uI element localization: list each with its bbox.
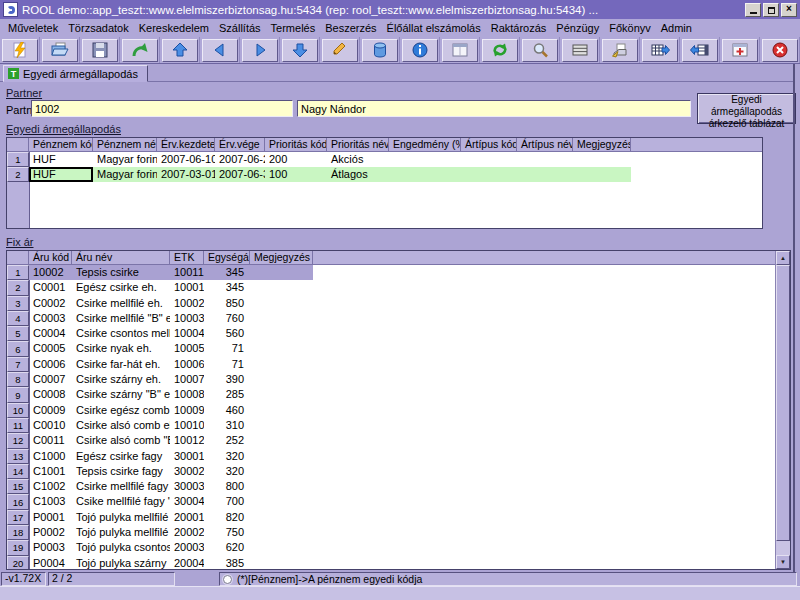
table-row[interactable]: 17P0001Tojó pulyka mellfilé20001820 bbox=[7, 510, 790, 525]
table-cell[interactable] bbox=[573, 152, 631, 167]
table-row[interactable]: 14C1001Tepsis csirke fagy30002320 bbox=[7, 464, 790, 479]
row-number[interactable]: 15 bbox=[7, 479, 29, 494]
table-cell[interactable] bbox=[461, 152, 517, 167]
table-cell[interactable] bbox=[250, 403, 313, 418]
open-button[interactable] bbox=[42, 39, 78, 62]
table-row[interactable]: 16C1003Csike mellfilé fagy "B"30004700 bbox=[7, 494, 790, 509]
table-cell[interactable]: Magyar forint bbox=[93, 152, 157, 167]
table-cell[interactable]: C0006 bbox=[29, 357, 72, 372]
table-cell[interactable]: C1001 bbox=[29, 464, 72, 479]
table-cell[interactable] bbox=[573, 167, 631, 182]
table-cell[interactable]: 20003 bbox=[170, 540, 204, 555]
table-cell[interactable]: C0001 bbox=[29, 280, 72, 295]
menu-item-torzsadatok[interactable]: Törzsadatok bbox=[63, 22, 134, 34]
table-cell[interactable]: 10007 bbox=[170, 372, 204, 387]
table-cell[interactable]: C0011 bbox=[29, 433, 72, 448]
close-window-button[interactable] bbox=[722, 39, 758, 62]
column-header-erv-vege[interactable]: Érv.vége bbox=[215, 138, 265, 151]
table-cell[interactable] bbox=[461, 167, 517, 182]
table-cell[interactable]: 10010 bbox=[170, 418, 204, 433]
row-number[interactable]: 6 bbox=[7, 341, 29, 356]
vertical-scrollbar[interactable]: ▲ ▼ bbox=[775, 251, 790, 569]
table-row[interactable]: 15C1002Csirke mellfilé fagy30003800 bbox=[7, 479, 790, 494]
first-record-button[interactable] bbox=[162, 39, 198, 62]
table-cell[interactable]: Magyar forint bbox=[93, 167, 157, 182]
table-cell[interactable]: P0003 bbox=[29, 540, 72, 555]
table-cell[interactable]: Csirke alsó comb "B" bbox=[72, 433, 170, 448]
table-cell[interactable]: 252 bbox=[204, 433, 250, 448]
table-cell[interactable]: 285 bbox=[204, 387, 250, 402]
table-row[interactable]: 2C0001Egész csirke eh.10001345 bbox=[7, 280, 790, 295]
row-number[interactable]: 7 bbox=[7, 357, 29, 372]
table-cell[interactable] bbox=[250, 280, 313, 295]
table-cell[interactable] bbox=[517, 167, 573, 182]
table-row[interactable]: 13C1000Egész csirke fagy30001320 bbox=[7, 449, 790, 464]
table-cell[interactable] bbox=[250, 525, 313, 540]
table-cell[interactable]: 71 bbox=[204, 357, 250, 372]
menu-item-termeles[interactable]: Termelés bbox=[266, 22, 321, 34]
table-cell[interactable]: Tojó pulyka csontos mell bbox=[72, 540, 170, 555]
table-cell[interactable] bbox=[250, 464, 313, 479]
column-header-egysegar[interactable]: Egységár bbox=[204, 251, 250, 264]
undo-button[interactable] bbox=[122, 39, 158, 62]
table-cell[interactable]: 10009 bbox=[170, 403, 204, 418]
column-header-artipus-kod[interactable]: Ártípus kód bbox=[461, 138, 517, 151]
table-cell[interactable]: 30002 bbox=[170, 464, 204, 479]
column-header-penznem-nev[interactable]: Pénznem név bbox=[93, 138, 157, 151]
table-row[interactable]: 2HUFMagyar forint2007-03-012007-06-30100… bbox=[7, 167, 762, 182]
table-row[interactable]: 8C0007Csirke szárny eh.10007390 bbox=[7, 372, 790, 387]
table-cell[interactable] bbox=[517, 152, 573, 167]
table-cell[interactable]: 460 bbox=[204, 403, 250, 418]
table-cell[interactable]: C0003 bbox=[29, 311, 72, 326]
table-cell[interactable]: 800 bbox=[204, 479, 250, 494]
column-header-artipus-nev[interactable]: Ártípus név bbox=[517, 138, 573, 151]
table-cell[interactable]: 10002 bbox=[29, 265, 72, 280]
table-cell[interactable]: 2007-03-01 bbox=[157, 167, 215, 182]
menu-item-beszerzes[interactable]: Beszerzés bbox=[320, 22, 381, 34]
table-cell[interactable]: 320 bbox=[204, 449, 250, 464]
row-number[interactable]: 19 bbox=[7, 540, 29, 555]
table-cell[interactable] bbox=[389, 167, 461, 182]
table-cell[interactable]: P0001 bbox=[29, 510, 72, 525]
table-row[interactable]: 12C0011Csirke alsó comb "B"10012252 bbox=[7, 433, 790, 448]
row-number[interactable]: 11 bbox=[7, 418, 29, 433]
table-cell[interactable]: 10001 bbox=[170, 280, 204, 295]
table-row[interactable]: 1HUFMagyar forint2007-06-102007-06-20200… bbox=[7, 152, 762, 167]
table-cell[interactable]: Csirke szárny eh. bbox=[72, 372, 170, 387]
table-cell[interactable]: Csirke nyak eh. bbox=[72, 341, 170, 356]
table-cell[interactable]: C0010 bbox=[29, 418, 72, 433]
table-cell[interactable]: 760 bbox=[204, 311, 250, 326]
next-record-button[interactable] bbox=[242, 39, 278, 62]
table-cell[interactable]: 560 bbox=[204, 326, 250, 341]
menu-item-eloallat-elszamolas[interactable]: Élőállat elszámolás bbox=[382, 22, 486, 34]
table-cell[interactable]: 10011 bbox=[170, 265, 204, 280]
menu-item-penzugy[interactable]: Pénzügy bbox=[551, 22, 604, 34]
table-cell[interactable] bbox=[250, 311, 313, 326]
database-button[interactable] bbox=[362, 39, 398, 62]
table-row[interactable]: 20P0004Tojó pulyka szárny20004385 bbox=[7, 556, 790, 570]
table-row[interactable]: 10C0009Csirke egész comb eh.10009460 bbox=[7, 403, 790, 418]
table-cell[interactable] bbox=[250, 265, 313, 280]
table-row[interactable]: 19P0003Tojó pulyka csontos mell20003620 bbox=[7, 540, 790, 555]
row-number[interactable]: 10 bbox=[7, 403, 29, 418]
table-cell[interactable]: 750 bbox=[204, 525, 250, 540]
table-cell[interactable]: 2007-06-30 bbox=[215, 167, 265, 182]
table-cell[interactable]: Tepsis csirke bbox=[72, 265, 170, 280]
scrollbar-thumb[interactable] bbox=[776, 265, 790, 541]
table-cell[interactable]: Tojó pulyka mellfilé bbox=[72, 510, 170, 525]
table-cell[interactable]: C1002 bbox=[29, 479, 72, 494]
row-number[interactable]: 13 bbox=[7, 449, 29, 464]
row-number[interactable]: 18 bbox=[7, 525, 29, 540]
table-cell[interactable] bbox=[250, 510, 313, 525]
price-table-button[interactable]: Egyedi ármegállapodás árkezelő táblázat bbox=[697, 93, 796, 124]
table-cell[interactable] bbox=[250, 540, 313, 555]
table-cell[interactable] bbox=[250, 418, 313, 433]
table-cell[interactable] bbox=[250, 479, 313, 494]
table-cell[interactable]: C0009 bbox=[29, 403, 72, 418]
table-cell[interactable]: Csike mellfilé fagy "B" bbox=[72, 494, 170, 509]
table-row[interactable]: 110002Tepsis csirke10011345 bbox=[7, 265, 790, 280]
table-cell[interactable]: P0002 bbox=[29, 525, 72, 540]
table-cell[interactable]: 10005 bbox=[170, 341, 204, 356]
row-number[interactable]: 4 bbox=[7, 311, 29, 326]
table-cell[interactable] bbox=[250, 556, 313, 570]
